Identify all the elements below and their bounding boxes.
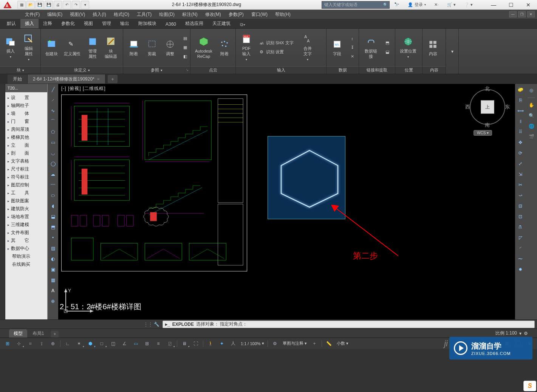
t20-item-2[interactable]: 墙 体 <box>5 110 47 118</box>
recognize-settings-button[interactable]: ⚙识别 设置 <box>256 48 298 56</box>
point-icon[interactable]: • <box>49 234 57 242</box>
panel-data-footer[interactable]: 数据 <box>327 66 359 74</box>
left-pin-strip[interactable] <box>0 84 5 319</box>
ellipsearc-icon[interactable]: ◖ <box>49 202 57 210</box>
sb-workspace-text[interactable]: 草图与注释 ▾ <box>281 341 308 346</box>
qat-redo-icon[interactable]: ↷ <box>72 1 80 9</box>
t20-palette-title[interactable]: T20... <box>5 84 47 92</box>
orbit-icon[interactable]: 🌐 <box>527 122 535 130</box>
chamfer-icon[interactable]: ◸ <box>516 234 525 242</box>
viewport-controls[interactable]: [-] [俯视] [二维线框] <box>61 85 106 92</box>
menu-dimension[interactable]: 标注(N) <box>180 10 200 19</box>
move-icon[interactable]: ✥ <box>516 138 525 147</box>
t20-item-10[interactable]: 符号标注 <box>5 173 47 181</box>
t20-item-16[interactable]: 三维建模 <box>5 221 47 229</box>
link-side-2[interactable]: ⬓ <box>382 48 393 56</box>
recap-button[interactable]: Autodesk ReCap <box>193 35 215 60</box>
menu-help[interactable]: 帮助(H) <box>273 10 293 19</box>
polyline-icon[interactable]: ⟋ <box>49 96 57 104</box>
sb-sc-icon[interactable]: ⛶ <box>190 339 201 348</box>
data-side-2[interactable]: ↧ <box>347 43 357 52</box>
sb-qp-icon[interactable]: 🖥▾ <box>179 339 190 348</box>
pdf-import-button[interactable]: PDFPDF 输入▾ <box>238 32 255 62</box>
t20-item-9[interactable]: 尺寸标注 <box>5 165 47 173</box>
blend-icon[interactable]: 〜 <box>516 255 525 263</box>
sb-grid-icon[interactable]: ⊹▾ <box>14 339 24 348</box>
menu-view[interactable]: 视图(V) <box>68 10 87 19</box>
panel-xref-footer[interactable]: 参照↘ <box>123 66 190 74</box>
zoom-extents-icon[interactable]: 🔍 <box>527 112 535 120</box>
layout-tab-model[interactable]: 模型 <box>9 329 27 338</box>
hatch-icon[interactable]: ▨ <box>49 244 57 253</box>
menu-window[interactable]: 窗口(W) <box>249 10 270 19</box>
datalink-button[interactable]: 数据链接 <box>361 35 381 60</box>
menu-insert[interactable]: 插入(I) <box>90 10 108 19</box>
ellipse-icon[interactable]: ⬭ <box>49 191 57 200</box>
qat-open-icon[interactable]: 📂 <box>26 1 35 9</box>
sb-ducs-icon[interactable]: ▭ <box>130 339 141 348</box>
sb-anno-vis-icon[interactable]: 🚶 <box>205 339 216 348</box>
erase-icon[interactable]: 🧽 <box>516 85 525 94</box>
vp-minus[interactable]: [-] <box>61 86 67 91</box>
sb-dynamic-icon[interactable]: ⊕ <box>48 339 58 348</box>
sb-anno-scale-text[interactable]: 1:1 / 100% ▾ <box>239 341 266 346</box>
ribbon-tab-insert[interactable]: 插入 <box>20 19 39 28</box>
sb-dyn-icon[interactable]: ⊞ <box>142 339 152 348</box>
panel-block-footer[interactable]: 块 <box>0 66 40 74</box>
ribbon-tab-annotate[interactable]: 注释 <box>39 19 57 28</box>
ribbon-tab-output[interactable]: 输出 <box>116 19 134 28</box>
panel-import-footer[interactable]: 输入 <box>236 66 326 74</box>
doc-tab-current[interactable]: 2-6# 1-12#楼梯修改图190920*✕ <box>28 74 105 84</box>
ribbon-tab-featured[interactable]: 精选应用 <box>181 19 208 28</box>
app-logo[interactable]: A <box>0 0 15 10</box>
ribbon-tab-tarch[interactable]: 天正建筑 <box>208 19 235 28</box>
menu-draw[interactable]: 绘图(D) <box>157 10 177 19</box>
panel-blockdef-footer[interactable]: 块定义 <box>41 66 123 74</box>
qat-saveas-icon[interactable]: 💾 <box>45 1 53 9</box>
qat-undo-icon[interactable]: ↶ <box>63 1 71 9</box>
close-button[interactable]: ✕ <box>520 0 537 10</box>
ribbon-tab-parametric[interactable]: 参数化 <box>57 19 79 28</box>
wcs-dropdown[interactable]: WCS ▾ <box>474 130 492 136</box>
recognize-shx-button[interactable]: 🗚识别 SHX 文字 <box>256 39 298 47</box>
extend-icon[interactable]: ⤻ <box>516 191 525 200</box>
sb-ws-plus-icon[interactable]: ＋ <box>309 339 320 348</box>
command-input[interactable]: ▸_ EXPLODE 选择对象： 指定对角点： <box>162 321 535 328</box>
polygon-icon[interactable]: ⬠ <box>49 128 57 136</box>
field-button[interactable]: ≡A字段 <box>329 37 345 57</box>
circle-icon[interactable]: ◯ <box>49 160 57 168</box>
viewcube-face[interactable]: 上 <box>481 100 494 114</box>
join-icon[interactable]: ⫚ <box>516 223 525 231</box>
menu-tools[interactable]: 工具(T) <box>135 10 154 19</box>
block-editor-button[interactable]: 块 编辑器 <box>102 35 119 60</box>
rotate-icon[interactable]: ⟳ <box>516 149 525 157</box>
makeblock-icon[interactable]: ⬒ <box>49 223 57 231</box>
edit-attr-button[interactable]: 编辑 属性▾ <box>20 32 37 62</box>
xref-side-1[interactable]: ▤ <box>180 34 190 43</box>
a360-icon[interactable]: 🛒 ▾ <box>445 1 458 9</box>
sb-model-icon[interactable]: ⊞ <box>2 339 13 348</box>
cmdline-grip-icon[interactable]: ⋮⋮ <box>144 321 153 328</box>
sb-snap-icon[interactable]: ⌗ <box>25 339 36 348</box>
attach-button[interactable]: 附着 <box>125 37 142 57</box>
addsel-icon[interactable]: ⊕ <box>49 297 57 305</box>
arc2-icon[interactable]: ◡ <box>49 149 57 157</box>
menu-parametric[interactable]: 参数(P) <box>226 10 246 19</box>
maximize-button[interactable]: ☐ <box>502 0 520 10</box>
vp-style[interactable]: [二维线框] <box>83 86 106 91</box>
qat-new-icon[interactable]: ▦ <box>17 1 26 9</box>
t20-item-12[interactable]: 工 具 <box>5 189 47 197</box>
ime-indicator[interactable]: S <box>523 381 536 391</box>
t20-item-15[interactable]: 场地布置 <box>5 213 47 221</box>
doc-min-icon[interactable]: — <box>509 11 517 17</box>
t20-item-7[interactable]: 剖 面 <box>5 149 47 157</box>
ribbon-expand-panel[interactable]: ▾ <box>446 29 459 74</box>
sb-lwt-icon[interactable]: ≡ <box>153 339 164 348</box>
sb-polar-icon[interactable]: ✶▾ <box>74 339 84 348</box>
ucs-icon[interactable]: YX <box>62 288 96 315</box>
sb-otrack-icon[interactable]: ∠ <box>119 339 130 348</box>
ribbon-tab-a360[interactable]: A360 <box>161 20 181 28</box>
sb-infer-icon[interactable]: ⟟ <box>36 339 47 348</box>
sb-tpy-icon[interactable]: ⍁▾ <box>164 339 175 348</box>
vp-view[interactable]: [俯视] <box>68 86 81 91</box>
